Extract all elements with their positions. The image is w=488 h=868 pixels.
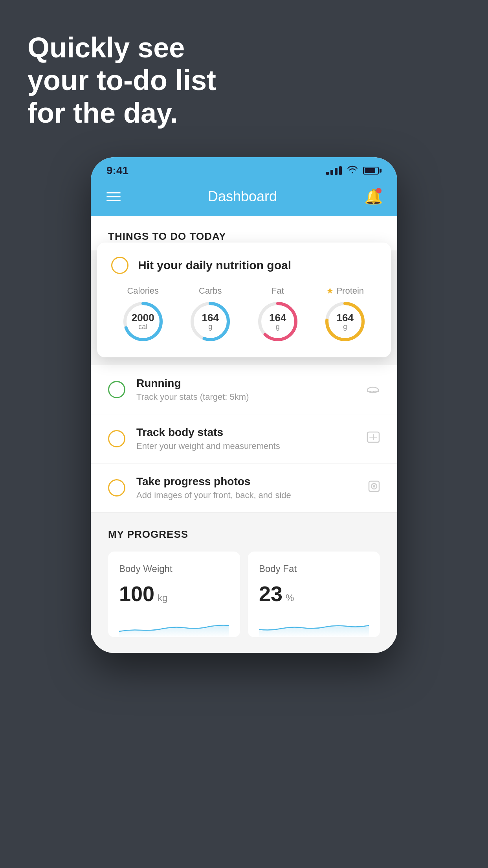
protein-value: 164 — [337, 313, 354, 323]
nutrition-circles: Calories 2000 cal Carbs — [111, 286, 377, 343]
running-icon — [366, 383, 380, 397]
photos-icon — [368, 480, 380, 495]
status-bar: 9:41 — [91, 157, 397, 180]
notification-button[interactable]: 🔔 — [364, 188, 382, 205]
protein-unit: g — [337, 323, 354, 331]
protein-label-row: ★ Protein — [326, 286, 364, 296]
nutrition-card[interactable]: Hit your daily nutrition goal Calories 2… — [97, 243, 391, 357]
body-stats-text: Track body stats Enter your weight and m… — [136, 426, 356, 451]
running-subtitle: Track your stats (target: 5km) — [136, 392, 355, 402]
progress-section: MY PROGRESS Body Weight 100 kg — [91, 513, 397, 653]
calories-unit: cal — [132, 323, 154, 331]
protein-ring: 164 g — [323, 300, 367, 343]
body-fat-unit: % — [286, 592, 294, 603]
photos-title: Take progress photos — [136, 475, 357, 488]
carbs-unit: g — [202, 323, 219, 331]
body-weight-card[interactable]: Body Weight 100 kg — [108, 552, 240, 637]
calories-ring: 2000 cal — [121, 300, 165, 343]
todo-item-running[interactable]: Running Track your stats (target: 5km) — [91, 365, 397, 414]
status-time: 9:41 — [106, 164, 128, 177]
protein-star-icon: ★ — [326, 286, 334, 296]
body-fat-value-row: 23 % — [259, 581, 369, 606]
running-title: Running — [136, 377, 355, 390]
nutrition-fat: Fat 164 g — [256, 286, 299, 343]
carbs-value: 164 — [202, 313, 219, 323]
app-content: THINGS TO DO TODAY Hit your daily nutrit… — [91, 216, 397, 653]
fat-label: Fat — [272, 286, 284, 296]
body-weight-value-row: 100 kg — [119, 581, 229, 606]
status-icons — [326, 166, 382, 176]
card-title: Hit your daily nutrition goal — [138, 259, 291, 272]
carbs-ring: 164 g — [189, 300, 232, 343]
nutrition-protein: ★ Protein 164 g — [323, 286, 367, 343]
body-fat-label: Body Fat — [259, 563, 369, 574]
todo-item-photos[interactable]: Take progress photos Add images of your … — [91, 463, 397, 513]
menu-button[interactable] — [106, 192, 121, 201]
svg-point-14 — [373, 485, 375, 487]
nutrition-calories: Calories 2000 cal — [121, 286, 165, 343]
progress-title: MY PROGRESS — [108, 528, 380, 541]
photos-subtitle: Add images of your front, back, and side — [136, 490, 357, 500]
photos-circle — [108, 479, 125, 497]
battery-icon — [363, 167, 382, 175]
todo-item-body-stats[interactable]: Track body stats Enter your weight and m… — [91, 414, 397, 463]
app-header: Dashboard 🔔 — [91, 180, 397, 216]
fat-value: 164 — [269, 313, 286, 323]
wifi-icon — [347, 166, 358, 176]
running-text: Running Track your stats (target: 5km) — [136, 377, 355, 402]
phone-frame: 9:41 Dashboard 🔔 — [91, 157, 397, 653]
body-stats-icon — [367, 431, 380, 446]
todo-list: Running Track your stats (target: 5km) T… — [91, 365, 397, 513]
calories-label: Calories — [127, 286, 159, 296]
hero-text: Quickly see your to-do list for the day. — [28, 31, 216, 129]
calories-value: 2000 — [132, 313, 154, 323]
photos-text: Take progress photos Add images of your … — [136, 475, 357, 500]
body-weight-value: 100 — [119, 581, 154, 606]
carbs-label: Carbs — [199, 286, 222, 296]
body-stats-title: Track body stats — [136, 426, 356, 439]
signal-icon — [326, 166, 342, 175]
body-weight-unit: kg — [158, 592, 167, 603]
body-stats-subtitle: Enter your weight and measurements — [136, 441, 356, 451]
body-fat-card[interactable]: Body Fat 23 % — [248, 552, 380, 637]
notification-dot — [376, 188, 382, 193]
progress-cards: Body Weight 100 kg — [108, 552, 380, 637]
card-header: Hit your daily nutrition goal — [111, 257, 377, 274]
body-weight-label: Body Weight — [119, 563, 229, 574]
body-fat-chart — [259, 614, 369, 637]
body-weight-chart — [119, 614, 229, 637]
running-circle — [108, 381, 125, 398]
body-stats-circle — [108, 430, 125, 447]
header-title: Dashboard — [208, 188, 277, 205]
card-check-circle — [111, 257, 128, 274]
fat-unit: g — [269, 323, 286, 331]
body-fat-value: 23 — [259, 581, 283, 606]
fat-ring: 164 g — [256, 300, 299, 343]
nutrition-carbs: Carbs 164 g — [189, 286, 232, 343]
